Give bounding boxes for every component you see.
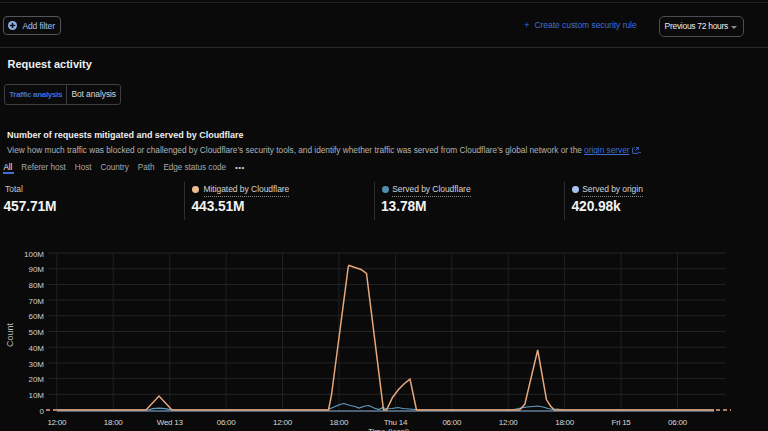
svg-text:40M: 40M xyxy=(28,344,44,353)
svg-text:Fri 15: Fri 15 xyxy=(612,418,632,427)
svg-text:60M: 60M xyxy=(28,312,44,321)
svg-text:Wed 13: Wed 13 xyxy=(157,418,184,427)
svg-text:90M: 90M xyxy=(28,265,44,274)
svg-text:80M: 80M xyxy=(28,281,44,290)
svg-text:Count: Count xyxy=(5,323,15,348)
svg-text:12:00: 12:00 xyxy=(499,418,519,427)
svg-text:12:00: 12:00 xyxy=(47,418,67,427)
svg-text:30M: 30M xyxy=(28,360,44,369)
svg-text:18:00: 18:00 xyxy=(555,418,575,427)
svg-text:100M: 100M xyxy=(24,250,44,259)
svg-text:18:00: 18:00 xyxy=(330,418,350,427)
svg-text:70M: 70M xyxy=(28,297,44,306)
svg-text:20M: 20M xyxy=(28,375,44,384)
svg-text:50M: 50M xyxy=(28,328,44,337)
svg-text:06:00: 06:00 xyxy=(442,418,462,427)
svg-text:10M: 10M xyxy=(28,391,44,400)
svg-text:12:00: 12:00 xyxy=(273,418,293,427)
svg-text:06:00: 06:00 xyxy=(668,418,688,427)
svg-text:06:00: 06:00 xyxy=(217,418,237,427)
svg-text:18:00: 18:00 xyxy=(104,418,124,427)
svg-text:0: 0 xyxy=(40,407,45,416)
svg-text:Thu 14: Thu 14 xyxy=(384,418,408,427)
